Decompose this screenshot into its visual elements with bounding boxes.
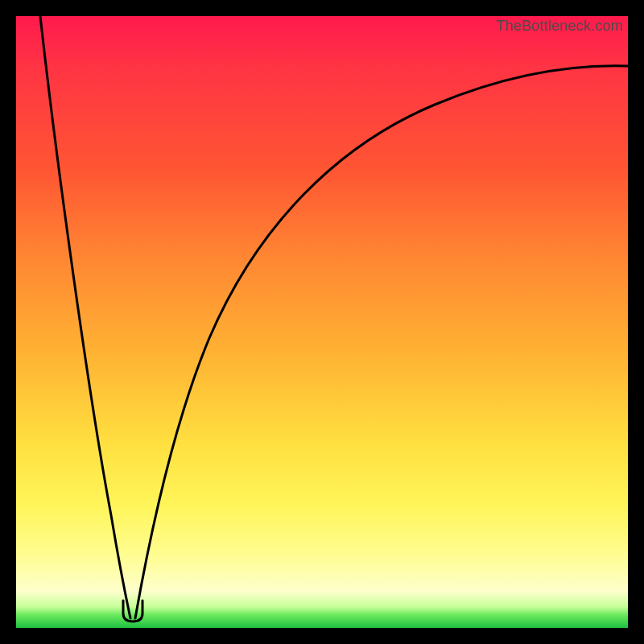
min-marker-icon: [123, 601, 142, 621]
curve-right-branch: [135, 66, 628, 618]
curve-svg: [16, 16, 628, 628]
curve-left-branch: [40, 16, 130, 618]
plot-frame: TheBottleneck.com: [16, 16, 628, 628]
